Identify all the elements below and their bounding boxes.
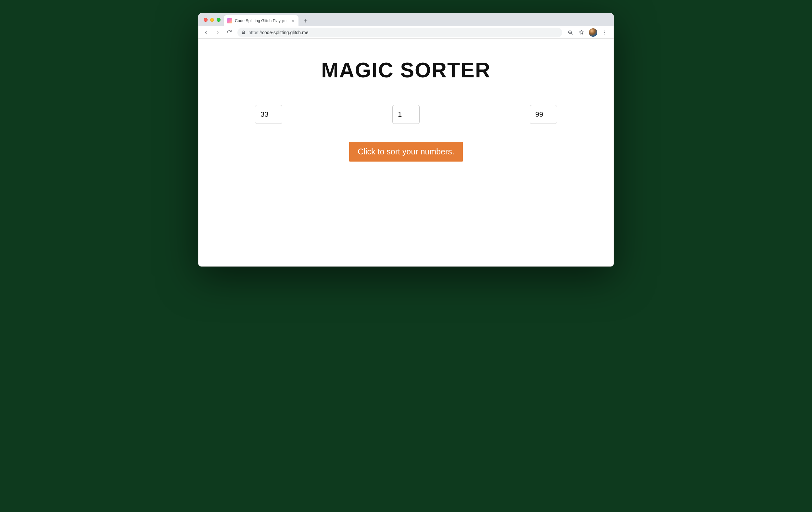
- svg-point-2: [605, 30, 605, 31]
- zoom-icon: [568, 30, 573, 35]
- number-input-3[interactable]: [530, 105, 557, 124]
- maximize-window-button[interactable]: [216, 18, 221, 22]
- star-icon: [578, 30, 584, 35]
- svg-rect-0: [242, 32, 245, 34]
- close-window-button[interactable]: [204, 18, 207, 22]
- toolbar-right: [566, 28, 611, 37]
- forward-button[interactable]: [213, 28, 223, 37]
- window-controls: [202, 13, 224, 26]
- number-input-2[interactable]: [393, 105, 419, 124]
- svg-point-3: [605, 32, 605, 32]
- number-inputs-row: [235, 105, 577, 124]
- reload-button[interactable]: [225, 28, 234, 37]
- number-input-1[interactable]: [255, 105, 282, 124]
- url-scheme: https://: [249, 30, 262, 35]
- lock-icon: [241, 30, 246, 35]
- browser-chrome: Code Splitting Glitch Playground: [198, 13, 614, 267]
- close-icon: [291, 19, 295, 23]
- page-content: MAGIC SORTER Click to sort your numbers.: [199, 39, 613, 266]
- url-text: https://code-splitting.glitch.me: [249, 30, 558, 35]
- zoom-button[interactable]: [566, 28, 575, 37]
- back-button[interactable]: [201, 28, 211, 37]
- kebab-menu-icon: [602, 30, 608, 35]
- plus-icon: [303, 18, 308, 23]
- browser-toolbar: https://code-splitting.glitch.me: [199, 26, 613, 39]
- address-bar[interactable]: https://code-splitting.glitch.me: [237, 28, 562, 37]
- sort-button[interactable]: Click to sort your numbers.: [349, 142, 463, 162]
- page-title: MAGIC SORTER: [235, 58, 577, 82]
- tab-strip: Code Splitting Glitch Playground: [199, 13, 613, 26]
- close-tab-button[interactable]: [291, 19, 295, 23]
- svg-point-4: [605, 33, 605, 34]
- new-tab-button[interactable]: [301, 16, 310, 25]
- menu-button[interactable]: [600, 28, 610, 37]
- arrow-right-icon: [215, 30, 221, 35]
- favicon-icon: [227, 18, 232, 23]
- browser-window: Code Splitting Glitch Playground: [198, 13, 614, 267]
- arrow-left-icon: [203, 30, 209, 35]
- browser-tab[interactable]: Code Splitting Glitch Playground: [224, 15, 298, 26]
- minimize-window-button[interactable]: [210, 18, 214, 22]
- tab-title: Code Splitting Glitch Playground: [235, 19, 288, 23]
- bookmark-button[interactable]: [577, 28, 586, 37]
- url-host: code-splitting.glitch.me: [262, 30, 308, 35]
- page-inner: MAGIC SORTER Click to sort your numbers.: [235, 58, 577, 162]
- reload-icon: [226, 30, 232, 35]
- profile-avatar[interactable]: [589, 28, 597, 37]
